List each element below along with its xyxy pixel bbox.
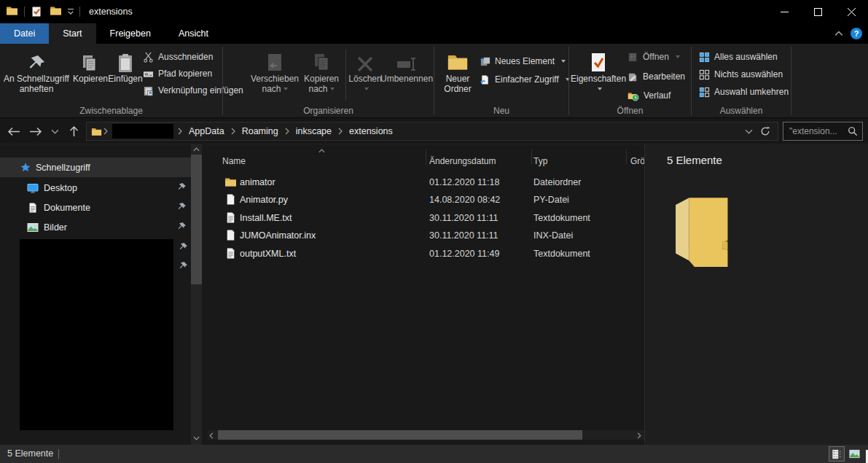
column-divider[interactable] bbox=[626, 149, 627, 165]
file-row-jumoanimator[interactable]: JUMOAnimator.inx 30.11.2020 11:11 INX-Da… bbox=[208, 227, 644, 244]
edit-button[interactable]: Bearbeiten bbox=[627, 69, 685, 84]
thumbnail-view-button[interactable] bbox=[846, 446, 862, 462]
ribbon-inner-divider bbox=[345, 50, 346, 101]
breadcrumb-chevron-icon bbox=[284, 128, 291, 135]
minimize-button[interactable] bbox=[767, 0, 801, 23]
scroll-down-icon[interactable] bbox=[191, 433, 202, 443]
paste-button[interactable]: Einfügen bbox=[108, 45, 143, 102]
statusbar-item-count: 5 Elemente bbox=[7, 448, 53, 459]
new-folder-quick-access-button[interactable] bbox=[50, 4, 62, 19]
tab-home[interactable]: Start bbox=[49, 23, 95, 44]
sidebar-scrollbar[interactable] bbox=[191, 144, 202, 445]
file-row-install-me[interactable]: Install.ME.txt 30.11.2020 11:11 Textdoku… bbox=[208, 209, 644, 226]
pin-to-quick-access-button[interactable]: An Schnellzugriff anheften bbox=[1, 45, 71, 102]
copy-button[interactable]: Kopieren bbox=[73, 45, 106, 102]
group-label-open: Öffnen bbox=[569, 106, 691, 116]
properties-quick-access-button[interactable] bbox=[31, 6, 42, 17]
text-file-icon bbox=[224, 211, 237, 226]
pictures-icon bbox=[27, 222, 39, 233]
pin-icon bbox=[179, 242, 188, 254]
group-label-clipboard: Zwischenablage bbox=[0, 106, 222, 116]
address-bar[interactable]: AppData Roaming inkscape extensions bbox=[86, 122, 778, 141]
breadcrumb-extensions[interactable]: extensions bbox=[344, 126, 398, 136]
dropdown-caret-icon bbox=[598, 87, 602, 90]
dropdown-caret-icon bbox=[330, 87, 335, 90]
select-all-icon bbox=[699, 52, 710, 63]
preview-pane: 5 Elemente bbox=[645, 144, 868, 445]
column-divider[interactable] bbox=[531, 149, 532, 165]
file-row-animator-py[interactable]: Animator.py 14.08.2020 08:42 PY-Datei bbox=[208, 191, 644, 208]
recent-locations-button[interactable] bbox=[47, 124, 63, 139]
easy-access-button[interactable]: Einfacher Zugriff bbox=[480, 72, 570, 87]
statusbar-divider bbox=[58, 449, 59, 459]
history-icon bbox=[627, 90, 639, 101]
history-button[interactable]: Verlauf bbox=[627, 88, 670, 103]
search-icon[interactable] bbox=[848, 126, 858, 136]
select-none-button[interactable]: Nichts auswählen bbox=[699, 67, 783, 82]
sidebar-item-documents[interactable]: Dokumente bbox=[0, 198, 191, 217]
horizontal-scrollbar-thumb[interactable] bbox=[218, 430, 582, 440]
invert-selection-button[interactable]: Auswahl umkehren bbox=[699, 85, 789, 99]
collapse-ribbon-button[interactable] bbox=[834, 31, 843, 36]
sidebar-item-desktop[interactable]: Desktop bbox=[0, 178, 191, 198]
customize-quick-access-toolbar-button[interactable] bbox=[68, 9, 74, 15]
column-header-name[interactable]: Name bbox=[222, 149, 246, 174]
column-divider[interactable] bbox=[426, 149, 426, 165]
file-row-outputxml[interactable]: outputXML.txt 01.12.2020 11:49 Textdokum… bbox=[208, 245, 644, 262]
ribbon: An Schnellzugriff anheften Kopieren bbox=[0, 44, 868, 118]
breadcrumb-inkscape[interactable]: inkscape bbox=[291, 126, 337, 136]
column-header-date[interactable]: Änderungsdatum bbox=[429, 149, 496, 174]
up-button[interactable] bbox=[66, 124, 82, 139]
new-folder-button[interactable]: Neuer Ordner bbox=[439, 45, 477, 102]
horizontal-scrollbar[interactable] bbox=[208, 430, 644, 440]
breadcrumb-chevron-icon bbox=[337, 128, 344, 135]
explorer-folder-icon bbox=[6, 4, 18, 19]
scroll-right-icon[interactable] bbox=[637, 432, 641, 439]
sidebar-item-pictures[interactable]: Bilder bbox=[0, 217, 191, 237]
copy-to-icon bbox=[300, 45, 343, 74]
file-icon bbox=[224, 229, 237, 244]
close-button[interactable] bbox=[834, 0, 868, 23]
open-button[interactable]: Öffnen bbox=[627, 50, 680, 64]
copy-to-button[interactable]: Kopieren nach bbox=[300, 45, 343, 102]
tab-share[interactable]: Freigeben bbox=[96, 23, 165, 44]
file-row-animator[interactable]: animator 01.12.2020 11:18 Dateiordner bbox=[208, 174, 644, 190]
properties-button[interactable]: Eigenschaften bbox=[571, 45, 626, 102]
breadcrumb-appdata[interactable]: AppData bbox=[184, 126, 230, 136]
cut-button[interactable]: Ausschneiden bbox=[143, 50, 213, 64]
sort-ascending-icon bbox=[318, 145, 325, 155]
breadcrumb-roaming[interactable]: Roaming bbox=[237, 126, 284, 136]
column-header-type[interactable]: Typ bbox=[533, 149, 547, 174]
new-item-button[interactable]: Neues Element bbox=[480, 54, 566, 69]
large-folder-icon bbox=[676, 197, 730, 267]
column-header-size[interactable]: Größe bbox=[630, 149, 644, 174]
delete-button[interactable]: Löschen bbox=[348, 45, 382, 102]
scroll-up-icon[interactable] bbox=[191, 144, 202, 155]
ribbon-group-open: Eigenschaften Öffnen Bearbeiten bbox=[569, 44, 691, 118]
tab-file[interactable]: Datei bbox=[0, 23, 49, 44]
maximize-button[interactable] bbox=[801, 0, 834, 23]
tab-view[interactable]: Ansicht bbox=[165, 23, 222, 44]
file-explorer-window: extensions Datei Start Freigeben Ansicht… bbox=[0, 0, 868, 463]
breadcrumb-chevron-icon bbox=[176, 128, 184, 135]
maximize-icon bbox=[814, 8, 822, 16]
forward-button[interactable] bbox=[28, 124, 44, 139]
search-box[interactable] bbox=[783, 122, 863, 141]
sidebar-item-quick-access[interactable]: Schnellzugriff bbox=[0, 157, 191, 177]
move-to-button[interactable]: Verschieben nach bbox=[251, 45, 299, 102]
details-view-button[interactable] bbox=[829, 446, 845, 462]
sidebar-scrollbar-thumb[interactable] bbox=[191, 155, 202, 284]
back-button[interactable] bbox=[6, 124, 22, 139]
address-dropdown-button[interactable] bbox=[745, 129, 753, 134]
scroll-left-icon[interactable] bbox=[209, 432, 214, 439]
dropdown-caret-icon bbox=[364, 87, 369, 90]
rename-button[interactable]: Umbenennen bbox=[380, 45, 433, 102]
refresh-button[interactable] bbox=[760, 126, 770, 136]
copy-path-button[interactable]: Pfad kopieren bbox=[143, 66, 212, 81]
arrow-up-icon bbox=[69, 125, 79, 137]
search-input[interactable] bbox=[788, 125, 848, 137]
help-button[interactable]: ? bbox=[851, 28, 862, 39]
select-all-button[interactable]: Alles auswählen bbox=[699, 50, 778, 64]
scissors-icon bbox=[143, 52, 154, 63]
titlebar-divider bbox=[24, 7, 25, 17]
